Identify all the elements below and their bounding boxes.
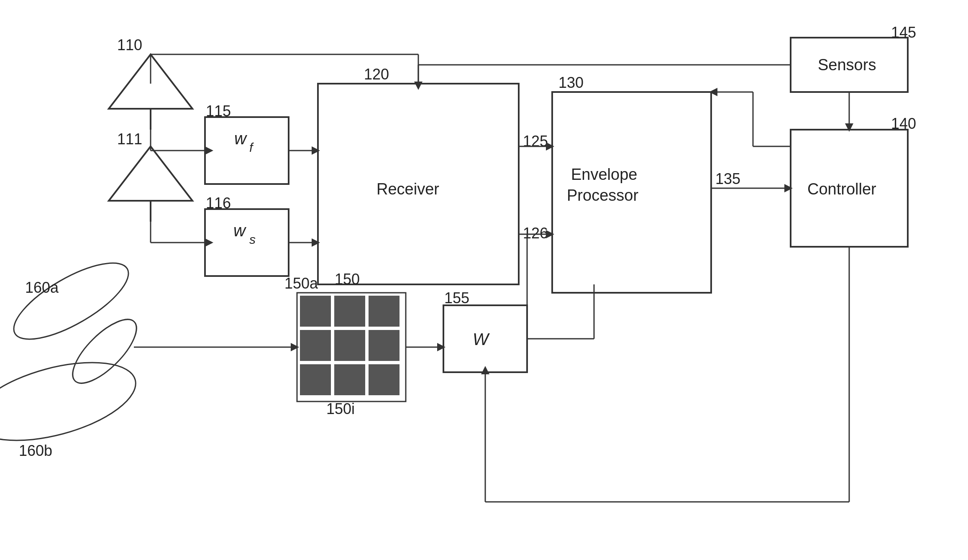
ref-160b: 160b [19,442,52,459]
ref-115: 115 [206,102,231,120]
wf-label: w [234,129,248,148]
diagram-container: 110 111 w f 115 w s 116 Receiver 120 Env… [0,0,968,560]
ref-125: 125 [523,133,548,150]
svg-rect-17 [300,364,331,395]
sensors-label: Sensors [818,56,876,74]
svg-marker-55 [481,366,489,374]
ref-130: 130 [558,74,584,91]
svg-rect-4 [205,117,289,184]
svg-marker-29 [205,238,213,247]
wf-sub: f [249,141,254,154]
svg-marker-26 [205,146,213,155]
svg-rect-19 [369,364,399,395]
svg-point-22 [0,348,144,455]
svg-rect-5 [205,209,289,276]
svg-rect-18 [334,364,365,395]
ep-label2: Processor [567,187,638,204]
ref-110: 110 [117,36,142,54]
svg-rect-15 [334,330,365,361]
controller-label: Controller [807,180,876,198]
ref-111: 111 [117,130,142,148]
receiver-label: Receiver [376,180,439,198]
w-label: W [473,330,490,348]
ep-label1: Envelope [571,166,637,183]
ws-label: w [233,221,247,240]
ref-150i: 150i [326,400,355,417]
svg-rect-12 [334,296,365,327]
ref-145: 145 [891,24,916,41]
ws-sub: s [249,233,256,246]
ref-116: 116 [206,194,231,212]
ref-150a: 150a [284,275,318,292]
svg-marker-62 [291,343,299,351]
svg-point-23 [63,310,146,393]
ref-140: 140 [891,115,916,132]
svg-rect-13 [369,296,399,327]
svg-rect-16 [369,330,399,361]
ref-135: 135 [715,170,740,187]
ref-155: 155 [444,289,469,307]
svg-point-21 [3,249,138,353]
svg-marker-2 [109,146,192,201]
ref-120: 120 [364,66,389,83]
svg-rect-14 [300,330,331,361]
svg-rect-11 [300,296,331,327]
ref-160a: 160a [25,279,59,296]
ref-150: 150 [335,271,360,288]
